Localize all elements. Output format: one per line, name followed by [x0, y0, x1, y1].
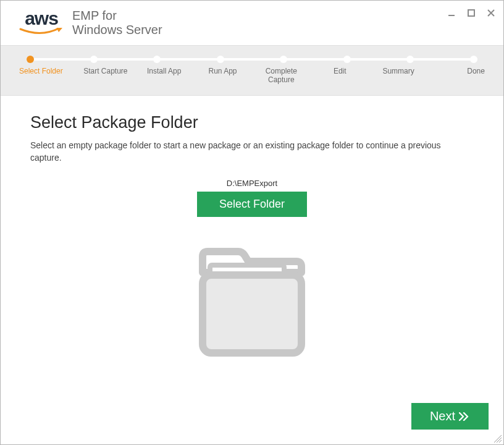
aws-logo: aws [19, 9, 64, 36]
app-title-line2: Windows Server [72, 23, 162, 37]
maximize-icon [468, 9, 475, 17]
select-folder-button[interactable]: Select Folder [197, 192, 307, 217]
folder-illustration [190, 248, 314, 362]
page-description: Select an empty package folder to start … [30, 140, 474, 164]
window-controls [447, 8, 496, 18]
step-label-edit: Edit [312, 67, 368, 84]
step-dot-edit[interactable] [343, 56, 351, 63]
close-icon [487, 9, 495, 17]
step-dot-done[interactable] [470, 56, 477, 63]
step-dot-run-app[interactable] [217, 56, 224, 63]
wizard-stepper: Select Folder Start Capture Install App … [1, 45, 503, 96]
selected-folder-path: D:\EMPExport [227, 179, 277, 188]
footer-actions: Next [411, 403, 489, 430]
app-window: aws EMP for Windows Server [0, 0, 504, 445]
step-label-install-app: Install App [136, 67, 192, 84]
maximize-button[interactable] [466, 8, 476, 18]
page-title: Select Package Folder [30, 113, 474, 132]
svg-rect-0 [448, 15, 455, 16]
resize-grip-icon[interactable] [494, 434, 502, 443]
titlebar: aws EMP for Windows Server [1, 1, 503, 45]
logo-area: aws EMP for Windows Server [19, 9, 162, 37]
step-label-done: Done [429, 67, 485, 84]
aws-logo-text: aws [25, 9, 58, 28]
app-title: EMP for Windows Server [72, 9, 162, 37]
aws-smile-icon [19, 28, 64, 36]
minimize-button[interactable] [447, 8, 456, 18]
next-button-label: Next [430, 409, 455, 423]
step-dot-select-folder[interactable] [27, 56, 34, 63]
step-label-summary: Summary [371, 67, 426, 84]
chevron-double-right-icon [459, 412, 470, 421]
step-dot-summary[interactable] [406, 56, 414, 63]
next-button[interactable]: Next [411, 403, 489, 430]
step-dot-start-capture[interactable] [90, 56, 98, 63]
folder-icon [190, 248, 314, 362]
main-content: Select Package Folder Select an empty pa… [1, 96, 503, 444]
step-dot-complete-capture[interactable] [280, 56, 287, 63]
app-title-line1: EMP for [72, 9, 162, 23]
step-label-start-capture: Start Capture [78, 67, 133, 84]
step-label-complete-capture: Complete Capture [253, 67, 309, 84]
folder-selection-area: D:\EMPExport Select Folder [30, 179, 474, 362]
svg-rect-3 [203, 275, 301, 353]
minimize-icon [448, 9, 455, 17]
step-label-select-folder: Select Folder [19, 67, 75, 84]
step-dot-install-app[interactable] [153, 56, 161, 63]
svg-rect-1 [468, 10, 474, 16]
step-label-run-app: Run App [195, 67, 251, 84]
close-button[interactable] [486, 8, 496, 18]
